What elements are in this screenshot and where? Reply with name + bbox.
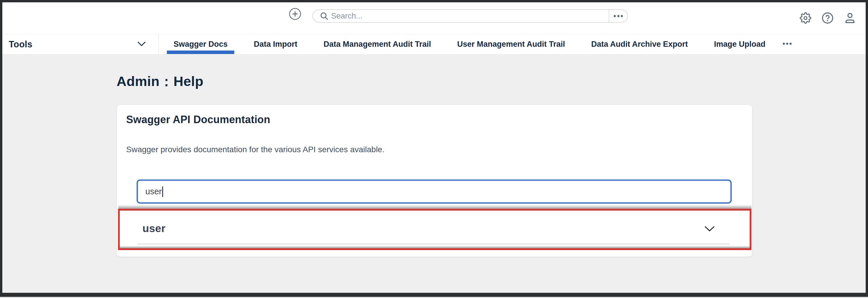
tab-data-import[interactable]: Data Import	[241, 35, 310, 54]
page-title-separator: :	[164, 73, 169, 90]
magnifier-icon	[313, 11, 331, 21]
tab-data-management-audit-trail[interactable]: Data Management Audit Trail	[310, 35, 444, 54]
card-description: Swagger provides documentation for the v…	[126, 145, 384, 154]
tab-user-management-audit-trail[interactable]: User Management Audit Trail	[444, 35, 578, 54]
tabs-overflow-button[interactable]: •••	[778, 33, 797, 54]
page-title-page: Help	[174, 73, 204, 89]
account-button[interactable]	[844, 12, 856, 25]
topbar: •••	[2, 2, 866, 35]
create-button[interactable]	[288, 7, 302, 21]
search-options-button[interactable]: •••	[609, 10, 627, 22]
chevron-down-icon	[704, 225, 715, 232]
question-circle-icon	[822, 12, 834, 25]
section-divider	[137, 244, 730, 244]
page-title: Admin : Help	[117, 73, 204, 89]
tab-bar: Swagger Docs Data Import Data Management…	[160, 35, 778, 54]
search-bar: •••	[312, 9, 628, 23]
person-icon	[844, 12, 856, 25]
settings-button[interactable]	[800, 12, 811, 25]
main-content: Admin : Help Swagger API Documentation S…	[2, 54, 866, 293]
api-section-user[interactable]: user	[120, 210, 750, 249]
tools-dropdown-label: Tools	[9, 39, 32, 50]
help-button[interactable]	[822, 12, 834, 25]
chevron-down-icon	[137, 41, 146, 48]
navbar: Tools Swagger Docs Data Import Data Mana…	[2, 35, 866, 54]
plus-circle-icon	[288, 17, 302, 22]
api-section-label: user	[143, 223, 165, 235]
accordion-top-shadow	[118, 205, 751, 209]
gear-icon	[800, 12, 811, 25]
tab-swagger-docs[interactable]: Swagger Docs	[160, 35, 241, 54]
swagger-docs-card: Swagger API Documentation Swagger provid…	[117, 105, 752, 257]
text-caret	[162, 187, 163, 197]
tab-image-upload[interactable]: Image Upload	[701, 35, 778, 54]
page-title-section: Admin	[117, 73, 160, 89]
api-filter-input[interactable]: user	[136, 179, 732, 204]
api-filter-input-value: user	[145, 187, 162, 196]
tab-data-audit-archive-export[interactable]: Data Audit Archive Export	[578, 35, 701, 54]
tools-dropdown[interactable]: Tools	[2, 35, 159, 54]
section-bottom-shadow	[120, 246, 750, 249]
search-input[interactable]	[331, 10, 609, 22]
card-heading: Swagger API Documentation	[126, 113, 270, 126]
topbar-actions	[800, 2, 856, 34]
annotation-highlight: user	[118, 209, 751, 250]
app-window: •••	[0, 0, 868, 297]
